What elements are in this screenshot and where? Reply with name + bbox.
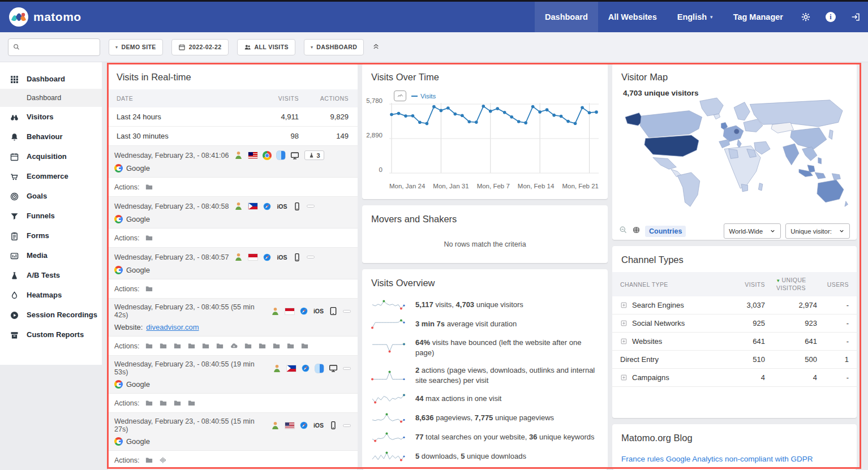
visitor-log-entry[interactable]: Wednesday, February 23, - 08:40:55 (15 m…	[108, 413, 358, 451]
nav-dashboard[interactable]: Dashboard	[535, 2, 598, 32]
channel-users: -	[817, 319, 849, 327]
sidebar-item-a-b-tests[interactable]: A/B Tests	[0, 265, 102, 285]
visitor-log-entry[interactable]: Wednesday, February 23, - 08:40:57 iOS G…	[108, 248, 358, 279]
sparkline[interactable]	[371, 393, 407, 404]
sidebar-item-session-recordings[interactable]: Session Recordings	[0, 305, 102, 325]
sidebar-item-acquisition[interactable]: Acquisition	[0, 146, 102, 166]
visit-actions-row: Actions:	[108, 451, 358, 470]
channel-unique-visitors: 4	[765, 373, 817, 382]
sparkline[interactable]	[371, 299, 407, 311]
map-visitor-count-label: 4,703 unique visitors	[621, 88, 701, 98]
column-users[interactable]: USERS	[817, 281, 849, 288]
folder-icon	[145, 399, 153, 407]
visit-actions-row: Actions:	[108, 279, 358, 299]
device-icon	[329, 421, 338, 430]
export-image-icon[interactable]	[394, 90, 406, 101]
nav-tag-manager[interactable]: Tag Manager	[723, 2, 793, 32]
nav-language-dropdown[interactable]: English▾	[667, 2, 723, 32]
channel-row[interactable]: Websites 641 641 -	[612, 333, 857, 351]
sparkline[interactable]	[371, 451, 407, 462]
visitor-profile-icon[interactable]	[270, 421, 280, 430]
sidebar-item-funnels[interactable]: Funnels	[0, 206, 102, 226]
sidebar-item-heatmaps[interactable]: Heatmaps	[0, 285, 102, 305]
help-info-icon[interactable]: i	[818, 2, 843, 32]
sidebar-item-icon	[10, 310, 19, 320]
nav-all-websites[interactable]: All Websites	[598, 2, 667, 32]
visitor-profile-icon[interactable]	[234, 201, 243, 211]
expand-row-icon[interactable]	[620, 301, 628, 309]
sidebar-item-goals[interactable]: Goals	[0, 186, 102, 206]
sidebar-item-media[interactable]: Media	[0, 245, 102, 265]
matomo-logo[interactable]: matomo	[0, 7, 81, 27]
channel-row[interactable]: Campaigns 4 4 -	[612, 369, 857, 387]
globe-icon[interactable]	[632, 226, 641, 236]
sort-descending-icon: ▼	[776, 278, 780, 283]
logout-icon[interactable]	[843, 2, 868, 32]
sidebar-item-visitors[interactable]: Visitors	[0, 107, 102, 127]
visits-line-chart[interactable]	[389, 101, 599, 176]
expand-row-icon[interactable]	[620, 338, 628, 345]
visitor-profile-icon[interactable]	[272, 364, 282, 373]
sidebar-item-behaviour[interactable]: Behaviour	[0, 127, 102, 146]
visitor-profile-icon[interactable]	[234, 150, 243, 160]
sidebar-item-label: Visitors	[27, 113, 53, 121]
ab-test-badge	[343, 367, 351, 370]
chart-legend-visits[interactable]: Visits	[411, 93, 436, 100]
visitor-profile-icon[interactable]	[234, 252, 243, 262]
settings-gear-icon[interactable]	[793, 2, 818, 32]
sparkline[interactable]	[371, 342, 407, 353]
visitor-log-entry[interactable]: Wednesday, February 23, - 08:40:55 (19 m…	[108, 356, 358, 394]
sidebar-item-ecommerce[interactable]: Ecommerce	[0, 166, 102, 186]
calendar-icon	[178, 44, 186, 51]
channel-visits: 3,037	[722, 301, 765, 309]
map-region-select[interactable]: World-Wide	[724, 223, 781, 239]
visits-overview-widget: Visits Overview 5,117 visits, 4,703 uniq…	[362, 269, 608, 470]
search-box[interactable]	[8, 38, 100, 56]
channel-row[interactable]: Social Networks 925 923 -	[612, 314, 857, 333]
referrer-website-link[interactable]: diveadvisor.com	[146, 323, 199, 331]
sidebar-item-dashboard[interactable]: Dashboard	[0, 69, 102, 89]
segment-selector-button[interactable]: ALL VISITS	[237, 39, 295, 55]
sidebar-item-custom-reports[interactable]: Custom Reports	[0, 325, 102, 344]
visit-timestamp: Wednesday, February 23, - 08:40:55 (15 m…	[114, 417, 265, 433]
y-axis-labels: 5,780 2,890 0	[362, 101, 386, 174]
world-map[interactable]	[612, 89, 857, 217]
channel-row[interactable]: Direct Entry 510 500 1	[612, 351, 857, 369]
sidebar-item-forms[interactable]: Forms	[0, 226, 102, 245]
sidebar-subitem-dashboard[interactable]: Dashboard	[0, 89, 102, 107]
widget-title: Visits Over Time	[362, 63, 608, 89]
sidebar-item-label: A/B Tests	[27, 271, 60, 279]
visit-actions-row: Actions:	[108, 178, 358, 197]
search-input[interactable]	[23, 43, 95, 51]
map-zoom-out-icon[interactable]	[619, 226, 628, 236]
collapse-toolbar-icon[interactable]	[372, 42, 380, 53]
expand-row-icon[interactable]	[620, 374, 628, 381]
column-visits[interactable]: VISITS	[722, 281, 765, 288]
visitor-log-entry[interactable]: Wednesday, February 23, - 08:40:58 iOS G…	[108, 197, 358, 228]
column-unique-visitors[interactable]: ▼UNIQUE VISITORS	[765, 277, 817, 292]
visitor-log-entry[interactable]: Wednesday, February 23, - 08:40:55 (55 m…	[108, 299, 358, 337]
sidebar-item-label: Funnels	[27, 212, 55, 220]
visitor-log-entry[interactable]: Wednesday, February 23, - 08:41:06 3 Goo…	[108, 146, 358, 178]
sparkline[interactable]	[371, 412, 407, 424]
channel-row[interactable]: Search Engines 3,037 2,974 -	[612, 296, 857, 314]
channel-users: -	[817, 301, 849, 309]
site-selector-button[interactable]: ▾ DEMO SITE	[109, 39, 163, 55]
map-metric-select[interactable]: Unique visitor:	[785, 223, 850, 239]
date-range-button[interactable]: 2022-02-22	[171, 39, 229, 55]
visit-timestamp: Wednesday, February 23, - 08:41:06	[114, 152, 229, 159]
visitor-profile-icon[interactable]	[270, 307, 280, 316]
blog-post-link[interactable]: France rules Google Analytics non-compli…	[612, 450, 857, 470]
sidebar-item-label: Acquisition	[27, 152, 67, 161]
sparkline[interactable]	[371, 432, 407, 443]
channel-visits: 925	[722, 319, 765, 327]
widget-title: Visits in Real-time	[108, 63, 358, 89]
dashboard-selector-button[interactable]: ▾ DASHBOARD	[304, 39, 364, 55]
sparkline[interactable]	[371, 370, 407, 381]
sidebar-item-label: Ecommerce	[27, 172, 68, 180]
sparkline[interactable]	[371, 318, 407, 330]
expand-row-icon[interactable]	[620, 320, 628, 327]
countries-link[interactable]: Countries	[645, 226, 686, 237]
browser-icon	[299, 307, 308, 316]
sidebar-item-icon	[10, 270, 19, 280]
